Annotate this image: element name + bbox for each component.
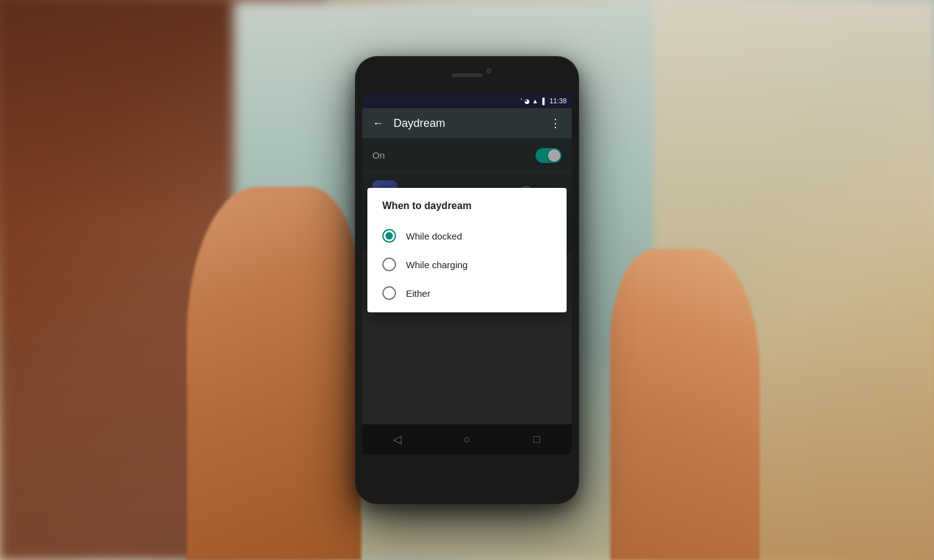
option-while-docked-label: While docked [406,231,462,241]
dialog-title: When to daydream [367,200,567,222]
radio-either[interactable] [382,286,396,300]
status-time: 11:38 [549,97,567,105]
option-while-docked[interactable]: While docked [367,222,567,250]
status-bar: ʿ︎ ◕ ▲ ▐ 11:38 [362,93,572,108]
content-area: On Clock [362,138,572,454]
option-either-label: Either [406,288,430,299]
phone-speaker [451,73,483,77]
phone-wrapper: ʿ︎ ◕ ▲ ▐ 11:38 ← Daydream ⋮ On [355,56,579,504]
phone-screen: ʿ︎ ◕ ▲ ▐ 11:38 ← Daydream ⋮ On [362,93,572,454]
when-to-daydream-dialog: When to daydream While docked While char… [367,188,567,312]
hand-right [610,249,760,560]
app-title: Daydream [394,117,540,130]
back-button[interactable]: ← [372,117,384,130]
app-bar: ← Daydream ⋮ [362,108,572,138]
battery-icon: ▐ [540,98,544,105]
phone-camera [486,68,491,73]
radio-while-docked[interactable] [382,229,396,243]
status-icons: ʿ︎ ◕ ▲ ▐ [521,98,544,105]
phone-body: ʿ︎ ◕ ▲ ▐ 11:38 ← Daydream ⋮ On [355,56,579,504]
more-options-button[interactable]: ⋮ [550,116,562,130]
bluetooth-icon: ʿ︎ [521,98,522,105]
radio-while-charging[interactable] [382,258,396,271]
option-while-charging-label: While charging [406,259,468,270]
hand-left [187,187,361,560]
option-while-charging[interactable]: While charging [367,250,567,279]
wifi-icon: ◕ [524,98,530,105]
option-either[interactable]: Either [367,279,567,307]
signal-icon: ▲ [532,98,538,105]
